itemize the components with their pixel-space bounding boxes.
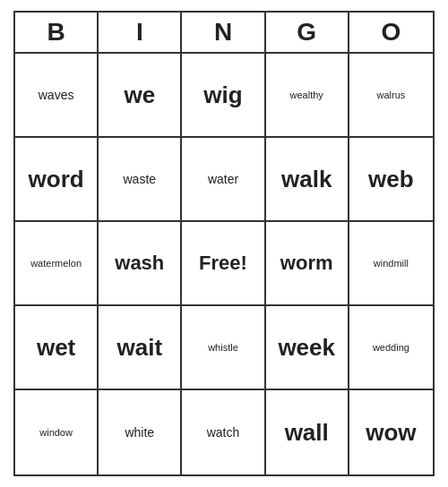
cell-text-20: window <box>39 427 73 438</box>
cell-text-15: wet <box>37 334 75 362</box>
cell-text-17: whistle <box>208 342 238 353</box>
cell-text-2: wig <box>203 81 242 109</box>
cell-10: watermelon <box>15 222 99 306</box>
cell-12: Free! <box>182 222 265 306</box>
cell-14: windmill <box>349 222 433 306</box>
cell-text-21: white <box>125 425 154 440</box>
cell-text-10: watermelon <box>30 258 82 269</box>
cell-18: week <box>266 306 349 390</box>
cell-9: web <box>349 138 433 222</box>
cell-text-19: wedding <box>373 342 409 353</box>
cell-20: window <box>15 390 99 474</box>
header-letter-b: B <box>15 13 99 52</box>
cell-text-22: watch <box>207 425 240 440</box>
cell-text-4: walrus <box>376 90 405 100</box>
cell-text-24: wow <box>366 419 416 447</box>
cell-text-5: word <box>29 166 84 193</box>
cell-8: walk <box>266 138 349 222</box>
cell-22: watch <box>182 390 265 474</box>
cell-text-14: windmill <box>374 258 409 269</box>
cell-text-8: walk <box>281 166 332 193</box>
cell-24: wow <box>349 390 433 474</box>
cell-text-3: wealthy <box>290 90 323 100</box>
cell-23: wall <box>266 390 349 474</box>
cell-6: waste <box>99 138 182 222</box>
header-letter-n: N <box>182 13 265 52</box>
cell-text-9: web <box>368 166 414 193</box>
cell-17: whistle <box>182 306 265 390</box>
cell-text-6: waste <box>124 172 157 186</box>
cell-7: water <box>182 138 265 222</box>
cell-text-0: waves <box>39 88 74 102</box>
cell-text-23: wall <box>285 419 329 447</box>
header-letter-o: O <box>349 13 433 52</box>
bingo-grid: waveswewigwealthywalruswordwastewaterwal… <box>13 52 435 476</box>
cell-4: walrus <box>349 54 433 138</box>
cell-text-7: water <box>208 172 238 186</box>
cell-text-12: Free! <box>199 252 247 275</box>
cell-1: we <box>99 54 182 138</box>
cell-text-18: week <box>278 334 335 362</box>
cell-text-1: we <box>124 81 155 109</box>
cell-0: waves <box>15 54 99 138</box>
bingo-header: BINGO <box>13 11 435 52</box>
cell-13: worm <box>266 222 349 306</box>
header-letter-i: I <box>99 13 182 52</box>
cell-16: wait <box>99 306 182 390</box>
cell-2: wig <box>182 54 265 138</box>
bingo-card: BINGO waveswewigwealthywalruswordwastewa… <box>13 11 435 476</box>
header-letter-g: G <box>266 13 349 52</box>
cell-text-13: worm <box>280 252 333 275</box>
cell-11: wash <box>99 222 182 306</box>
cell-15: wet <box>15 306 99 390</box>
cell-5: word <box>15 138 99 222</box>
cell-19: wedding <box>349 306 433 390</box>
cell-text-11: wash <box>115 252 164 275</box>
cell-21: white <box>99 390 182 474</box>
cell-text-16: wait <box>117 334 163 362</box>
cell-3: wealthy <box>266 54 349 138</box>
